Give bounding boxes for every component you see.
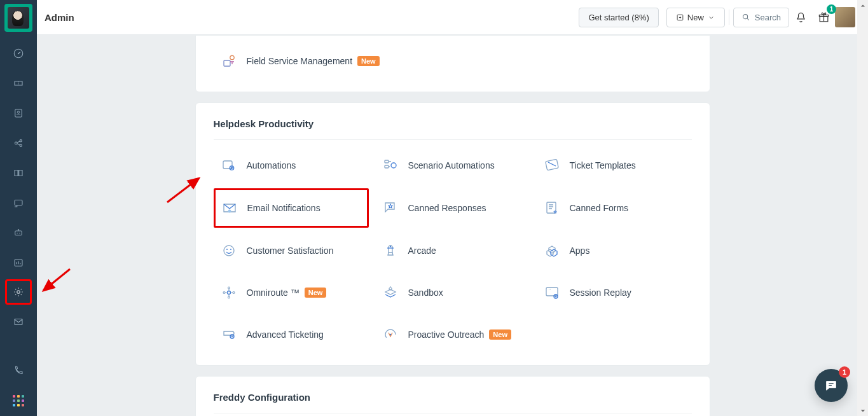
brand-avatar-image [8, 7, 29, 29]
svg-point-9 [17, 232, 18, 233]
get-started-label: Get started (8%) [588, 13, 649, 22]
tile-label: Arcade [408, 246, 436, 256]
tile-label: Canned Forms [570, 203, 629, 213]
svg-rect-23 [385, 165, 389, 168]
svg-point-10 [19, 232, 20, 233]
automations-icon [220, 156, 238, 174]
tile-label: Sandbox [408, 288, 443, 298]
notifications-button[interactable] [789, 6, 812, 29]
svg-point-15 [743, 15, 747, 19]
ticket-templates-icon [543, 156, 561, 174]
svg-point-41 [554, 295, 558, 298]
sidebar-item-settings[interactable] [5, 279, 32, 305]
sidebar-item-apps-launcher[interactable] [0, 385, 37, 415]
sidebar-item-reports[interactable] [0, 247, 37, 277]
new-button[interactable]: New [666, 8, 725, 27]
tile-advanced-ticketing[interactable]: Advanced Ticketing [214, 315, 369, 354]
settings-grid: Automations Scenario Automations Ticket … [214, 146, 692, 354]
apps-grid-icon [13, 395, 24, 406]
scenario-automations-icon [382, 156, 399, 174]
new-badge: New [489, 329, 511, 340]
gift-icon [818, 11, 830, 24]
tile-apps[interactable]: Apps [537, 232, 692, 270]
arcade-icon [382, 242, 399, 260]
section-title: Freddy Configuration [214, 392, 692, 413]
sidebar-item-phone[interactable] [0, 356, 37, 385]
tile-label: Advanced Ticketing [247, 329, 324, 340]
sidebar-item-bots[interactable] [0, 218, 37, 247]
svg-point-19 [230, 55, 233, 59]
svg-point-31 [390, 246, 391, 247]
tile-customer-satisfaction[interactable]: Customer Satisfaction [214, 232, 369, 270]
chat-badge: 1 [839, 366, 850, 378]
page-scrollbar[interactable] [857, 0, 868, 416]
section-title: Helpdesk Productivity [214, 118, 692, 140]
svg-rect-13 [15, 319, 22, 324]
get-started-button[interactable]: Get started (8%) [579, 8, 658, 27]
svg-point-3 [17, 111, 19, 113]
tile-ticket-templates[interactable]: Ticket Templates [537, 146, 692, 184]
new-label: New [687, 13, 704, 22]
scroll-down-button[interactable] [857, 405, 868, 416]
tile-label: Scenario Automations [408, 160, 495, 170]
tile-canned-forms[interactable]: Canned Forms [537, 188, 692, 228]
scroll-track[interactable] [857, 11, 868, 405]
tile-field-service-management[interactable]: Field Service Management New [214, 42, 386, 80]
new-badge: New [305, 288, 327, 298]
email-notifications-icon [221, 199, 238, 217]
svg-point-39 [548, 289, 549, 289]
canned-responses-icon [382, 199, 399, 217]
tile-proactive-outreach[interactable]: Proactive Outreach New [375, 315, 530, 354]
topbar: Admin Get started (8%) New Search 1 [37, 0, 868, 35]
svg-point-30 [230, 249, 231, 250]
tile-label: Email Notifications [247, 203, 320, 213]
session-replay-icon [543, 284, 561, 302]
svg-point-43 [389, 334, 390, 335]
tile-label: Ticket Templates [570, 160, 636, 170]
svg-rect-8 [15, 231, 22, 235]
gift-badge: 1 [827, 4, 836, 14]
search-button[interactable]: Search [733, 8, 789, 27]
chat-launcher[interactable]: 1 [815, 369, 848, 402]
sidebar-item-forums[interactable] [0, 188, 37, 218]
scroll-up-button[interactable] [857, 0, 868, 11]
sidebar-item-tickets[interactable] [0, 68, 37, 98]
svg-rect-7 [15, 200, 22, 205]
svg-point-24 [391, 163, 396, 168]
tile-canned-responses[interactable]: Canned Responses [375, 188, 530, 228]
chevron-down-icon [707, 13, 715, 22]
tile-email-notifications[interactable]: Email Notifications [214, 188, 369, 228]
field-service-management-icon [220, 52, 238, 70]
sandbox-icon [382, 284, 399, 302]
card-freddy-configuration: Freddy Configuration Chatbots [195, 376, 710, 416]
svg-point-34 [233, 292, 235, 294]
plus-square-icon [676, 13, 684, 22]
svg-point-26 [228, 210, 231, 213]
svg-point-12 [17, 291, 20, 294]
sidebar-item-dashboard[interactable] [0, 38, 37, 68]
sidebar-item-mail[interactable] [0, 307, 37, 336]
tile-omniroute[interactable]: Omniroute ™ New [214, 274, 369, 312]
svg-rect-22 [385, 160, 389, 163]
svg-point-40 [549, 289, 550, 289]
tile-arcade[interactable]: Arcade [375, 232, 530, 270]
chat-icon [824, 378, 838, 392]
search-label: Search [755, 13, 781, 22]
search-icon [741, 13, 750, 22]
sidebar-item-social[interactable] [0, 128, 37, 158]
user-avatar[interactable] [835, 7, 855, 27]
whats-new-button[interactable]: 1 [812, 6, 835, 29]
svg-point-1 [18, 52, 19, 53]
tile-scenario-automations[interactable]: Scenario Automations [375, 146, 530, 184]
sidebar-item-solutions[interactable] [0, 158, 37, 188]
advanced-ticketing-icon [220, 326, 238, 343]
tile-automations[interactable]: Automations [214, 146, 369, 184]
divider [729, 10, 729, 25]
sidebar-item-contacts[interactable] [0, 98, 37, 128]
customer-satisfaction-icon [220, 242, 238, 260]
brand-avatar[interactable] [4, 4, 32, 32]
svg-point-6 [20, 144, 22, 146]
tile-label: Omniroute ™ New [247, 288, 327, 298]
tile-sandbox[interactable]: Sandbox [375, 274, 530, 312]
tile-session-replay[interactable]: Session Replay [537, 274, 692, 312]
